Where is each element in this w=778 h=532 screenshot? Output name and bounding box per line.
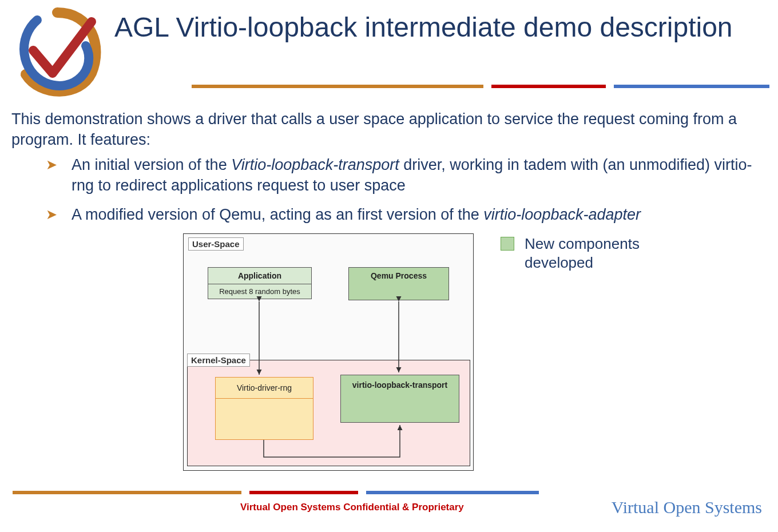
footer-divider [13,491,539,494]
bullet-arrow-icon: ➤ [46,156,57,174]
legend-swatch-icon [501,237,514,251]
text-italic: virtio-loopback-adapter [483,206,641,223]
header-divider [192,85,769,88]
application-box: Application Request 8 random bytes [208,267,312,299]
virtio-rng-box: Virtio-driver-rng [215,377,313,440]
box-subtitle: Request 8 random bytes [208,284,311,299]
legend-label: New components developed [525,235,673,272]
bullet-text: An initial version of the Virtio-loopbac… [72,156,752,194]
company-logo [6,6,114,100]
architecture-diagram: User-Space Kernel-Space Application Requ… [183,233,474,471]
qemu-process-box: Qemu Process [348,267,449,300]
bullet-list: ➤ An initial version of the Virtio-loopb… [46,154,761,233]
diagram-legend: New components developed [501,235,673,272]
confidential-notice: Virtual Open Systems Confidential & Prop… [240,502,464,513]
box-title: Application [208,268,311,284]
box-title: Qemu Process [349,268,448,284]
intro-paragraph: This demonstration shows a driver that c… [11,109,767,150]
box-title: Virtio-driver-rng [216,378,313,399]
bullet-item: ➤ A modified version of Qemu, acting as … [46,204,761,225]
bullet-arrow-icon: ➤ [46,205,57,224]
box-title: virtio-loopback-transport [341,375,459,395]
bullet-item: ➤ An initial version of the Virtio-loopb… [46,154,761,196]
kernel-space-label: Kernel-Space [187,354,250,367]
bullet-text: A modified version of Qemu, acting as an… [72,206,641,223]
text-segment: A modified version of Qemu, acting as an… [72,206,483,223]
text-segment: An initial version of the [72,156,231,173]
virtio-loopback-transport-box: virtio-loopback-transport [340,375,459,423]
user-space-label: User-Space [188,237,244,251]
text-italic: Virtio-loopback-transport [231,156,399,173]
slide-title: AGL Virtio-loopback intermediate demo de… [114,10,733,45]
company-brand-text: Virtual Open Systems [612,498,762,517]
